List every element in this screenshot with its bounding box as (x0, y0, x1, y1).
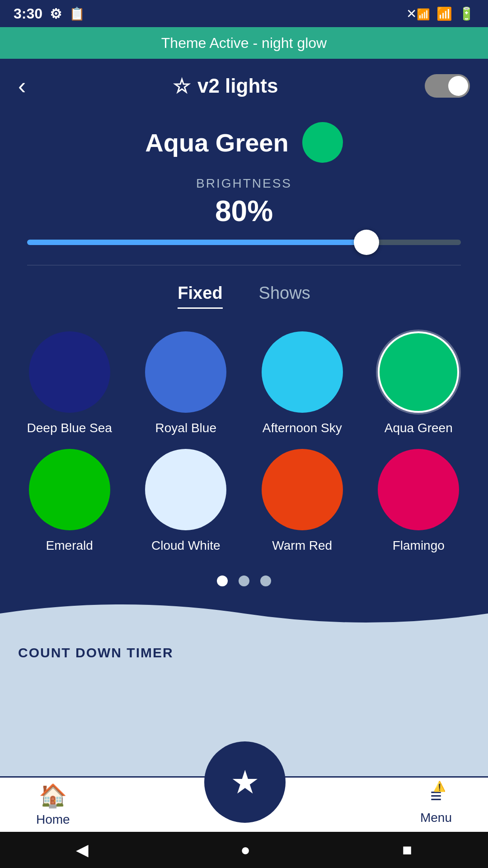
theme-banner-text: Theme Active - night glow (161, 35, 327, 52)
wave-transition (0, 595, 488, 632)
status-bar: 3:30 ⚙ 📋 ✕📶 📶 🔋 (0, 0, 488, 27)
color-circle-royal-blue (145, 331, 226, 413)
header-title-group: ☆ v2 lights (173, 75, 278, 98)
status-left: 3:30 ⚙ 📋 (14, 5, 85, 22)
battery-icon: 🔋 (459, 6, 474, 21)
pagination-dots (0, 562, 488, 595)
brightness-slider[interactable] (27, 240, 461, 245)
dot-3[interactable] (260, 576, 271, 586)
color-label-emerald: Emerald (46, 538, 93, 553)
home-icon: 🏠 (39, 783, 67, 809)
color-circle-aqua-green (378, 331, 459, 413)
tab-shows[interactable]: Shows (259, 283, 310, 309)
power-toggle[interactable] (425, 74, 470, 98)
color-circle-afternoon-sky (262, 331, 343, 413)
brightness-section: BRIGHTNESS 80% (0, 167, 488, 265)
bottom-nav: 🏠 Home ★ ≡ ⚠️ Menu (0, 778, 488, 832)
tabs-bar: Fixed Shows (0, 265, 488, 318)
brightness-value: 80% (27, 194, 461, 228)
android-home-button[interactable]: ● (240, 840, 250, 859)
color-circle-flamingo (378, 449, 459, 530)
color-circle-warm-red (262, 449, 343, 530)
gear-icon: ⚙ (50, 6, 62, 22)
star-outline-icon: ☆ (173, 75, 190, 98)
nav-favorites-button[interactable]: ★ (204, 741, 286, 823)
theme-banner: Theme Active - night glow (0, 27, 488, 59)
color-item-aqua-green[interactable]: Aqua Green (367, 331, 470, 435)
android-back-button[interactable]: ◀ (76, 840, 89, 859)
dot-2[interactable] (239, 576, 249, 586)
color-circle-emerald (29, 449, 110, 530)
color-grid: Deep Blue Sea Royal Blue Afternoon Sky A… (0, 318, 488, 562)
color-item-flamingo[interactable]: Flamingo (367, 449, 470, 553)
color-item-royal-blue[interactable]: Royal Blue (135, 331, 238, 435)
color-item-afternoon-sky[interactable]: Afternoon Sky (251, 331, 354, 435)
status-right: ✕📶 📶 🔋 (406, 6, 474, 21)
color-item-warm-red[interactable]: Warm Red (251, 449, 354, 553)
nav-home-button[interactable]: 🏠 Home (0, 783, 106, 827)
alert-badge-icon: ⚠️ (433, 781, 446, 793)
back-icon: ‹ (18, 73, 26, 99)
wifi-off-icon: ✕📶 (406, 6, 430, 21)
home-label: Home (36, 812, 70, 827)
color-label-royal-blue: Royal Blue (155, 421, 216, 435)
brightness-label: BRIGHTNESS (27, 176, 461, 191)
active-color-name: Aqua Green (145, 128, 288, 157)
color-display: Aqua Green (0, 113, 488, 167)
status-time: 3:30 (14, 5, 42, 22)
back-button[interactable]: ‹ (18, 72, 26, 99)
color-item-deep-blue-sea[interactable]: Deep Blue Sea (18, 331, 121, 435)
android-nav-bar: ◀ ● ■ (0, 832, 488, 868)
clipboard-icon: 📋 (69, 6, 85, 21)
menu-label: Menu (420, 811, 452, 825)
signal-icon: 📶 (436, 6, 452, 21)
countdown-title: COUNT DOWN TIMER (18, 645, 470, 660)
tab-fixed[interactable]: Fixed (178, 283, 222, 309)
nav-menu-button[interactable]: ≡ ⚠️ Menu (384, 784, 488, 825)
color-label-flamingo: Flamingo (393, 538, 445, 553)
active-color-circle (302, 122, 343, 163)
color-circle-deep-blue-sea (29, 331, 110, 413)
menu-icon-wrapper: ≡ ⚠️ (430, 784, 442, 807)
color-label-aqua-green: Aqua Green (385, 421, 453, 435)
color-label-warm-red: Warm Red (272, 538, 332, 553)
color-item-cloud-white[interactable]: Cloud White (135, 449, 238, 553)
color-label-cloud-white: Cloud White (151, 538, 221, 553)
dot-1[interactable] (217, 576, 228, 586)
android-recent-button[interactable]: ■ (402, 840, 412, 859)
color-label-deep-blue-sea: Deep Blue Sea (27, 421, 112, 435)
page-title: v2 lights (197, 75, 278, 97)
color-item-emerald[interactable]: Emerald (18, 449, 121, 553)
countdown-section: COUNT DOWN TIMER (0, 632, 488, 677)
header: ‹ ☆ v2 lights (0, 59, 488, 113)
color-circle-cloud-white (145, 449, 226, 530)
color-label-afternoon-sky: Afternoon Sky (263, 421, 342, 435)
favorites-star-icon: ★ (230, 763, 260, 801)
